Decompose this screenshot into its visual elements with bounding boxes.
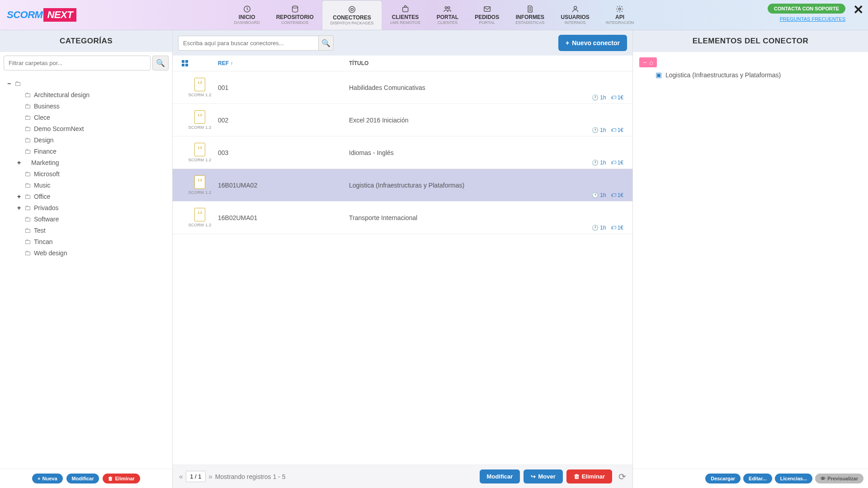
tree-label: Microsoft — [34, 170, 60, 178]
edit-category-button[interactable]: Modificar — [66, 474, 99, 483]
pager-input[interactable] — [186, 471, 206, 482]
table-row[interactable]: SCORM 1.2003Idiomas - Inglés🕐1h🏷1€ — [173, 136, 632, 169]
delete-category-button[interactable]: 🗑Eliminar — [103, 474, 140, 483]
svg-point-4 — [445, 7, 448, 9]
tree-item[interactable]: 🗀Design — [16, 134, 169, 145]
nav-usuarios[interactable]: USUARIOSINTERNOS — [553, 0, 598, 30]
tree-item[interactable]: 🗀Clece — [16, 112, 169, 123]
tree-label: Architectural design — [34, 91, 90, 99]
folder-icon: 🗀 — [24, 113, 31, 121]
nav-label: INFORMES — [516, 14, 544, 20]
search-button[interactable]: 🔍 — [318, 35, 334, 51]
tree-item[interactable]: +🗀Privados — [16, 202, 169, 213]
nav-portal[interactable]: PORTALCLIENTES — [429, 0, 467, 30]
grid-header: REF ↑ TÍTULO — [173, 56, 632, 71]
table-row[interactable]: SCORM 1.216B02UMA01Transporte Internacio… — [173, 202, 632, 234]
row-meta: 🕐1h🏷1€ — [592, 160, 623, 166]
row-title: Transporte Internacional — [349, 214, 623, 221]
ref-column-header[interactable]: REF ↑ — [218, 60, 349, 66]
nav-icon — [526, 5, 534, 13]
trash-icon: 🗑 — [108, 476, 113, 481]
tree-item[interactable]: 🗀Tincan — [16, 236, 169, 247]
tag-icon: 🏷 — [611, 192, 616, 198]
tree-item[interactable]: 🗀Microsoft — [16, 168, 169, 179]
table-row[interactable]: SCORM 1.2001Habilidades Comunicativas🕐1h… — [173, 71, 632, 104]
elements-root[interactable]: − ⌂ — [639, 57, 657, 67]
clock-icon: 🕐 — [592, 192, 599, 198]
tree-item[interactable]: +🗀Office — [16, 191, 169, 202]
table-row[interactable]: SCORM 1.216B01UMA02Logistica (Infraestru… — [173, 169, 632, 202]
tree-label: Design — [34, 136, 54, 144]
tree-item[interactable]: 🗀Demo ScormNext — [16, 123, 169, 134]
folder-icon: 🗀 — [24, 102, 31, 110]
clock-icon: 🕐 — [592, 160, 599, 166]
row-ref: 16B01UMA02 — [218, 182, 349, 189]
nav-sublabel: INTEGRACIÓN — [606, 20, 634, 25]
nav-repositorio[interactable]: REPOSITORIOCONTENIDOS — [268, 0, 322, 30]
new-connector-button[interactable]: +Nuevo conector — [558, 35, 627, 51]
nav-label: REPOSITORIO — [276, 14, 314, 20]
tree-root[interactable]: − 🗀 — [6, 78, 169, 89]
row-ref: 003 — [218, 149, 349, 156]
collapse-icon[interactable]: − — [6, 80, 12, 87]
folder-icon: 🗀 — [24, 91, 31, 99]
tree-item[interactable]: +🗀Marketing — [16, 157, 169, 168]
expand-icon[interactable]: + — [16, 159, 22, 166]
filter-search-button[interactable]: 🔍 — [152, 56, 169, 70]
preview-button[interactable]: 👁 Previsualizar — [815, 474, 863, 483]
expand-icon[interactable]: + — [16, 204, 22, 211]
nav-clientes[interactable]: CLIENTESLMS REMOTOS — [382, 0, 428, 30]
tree-label: Music — [34, 182, 51, 189]
tree-label: Finance — [34, 148, 57, 155]
licenses-button[interactable]: Licencias... — [775, 474, 812, 483]
tree-item[interactable]: 🗀Music — [16, 179, 169, 191]
grid-icon-col[interactable] — [182, 60, 218, 66]
pager-first-icon[interactable]: « — [179, 473, 183, 481]
file-type-label: SCORM 1.2 — [188, 158, 211, 162]
move-button[interactable]: ↪Mover — [524, 469, 562, 483]
move-icon: ↪ — [531, 473, 536, 480]
nav-api[interactable]: APIINTEGRACIÓN — [598, 0, 642, 30]
tree-item[interactable]: 🗀Architectural design — [16, 89, 169, 100]
tree-item[interactable]: 🗀Web design — [16, 247, 169, 258]
tree-label: Tincan — [34, 238, 53, 245]
search-input[interactable] — [178, 36, 318, 51]
edit-element-button[interactable]: Editar... — [743, 474, 772, 483]
pager-last-icon[interactable]: » — [208, 473, 212, 481]
element-item[interactable]: ▣ Logistica (Infraestructuras y Platafor… — [639, 67, 862, 79]
sort-asc-icon: ↑ — [231, 61, 233, 66]
expand-icon[interactable]: + — [16, 193, 22, 200]
tree-item[interactable]: 🗀Business — [16, 100, 169, 112]
faq-link[interactable]: PREGUNTAS FRECUENTES — [780, 16, 845, 22]
row-icon: SCORM 1.2 — [182, 78, 218, 97]
row-ref: 16B02UMA01 — [218, 214, 349, 221]
filter-input[interactable] — [4, 56, 151, 70]
logo-part2: NEXT — [43, 8, 76, 22]
folder-icon: 🗀 — [24, 238, 31, 245]
edit-button[interactable]: Modificar — [480, 469, 520, 483]
nav-inicio[interactable]: INICIODASHBOARD — [226, 0, 268, 30]
row-icon: SCORM 1.2 — [182, 143, 218, 162]
title-column-header[interactable]: TÍTULO — [349, 60, 623, 66]
refresh-icon[interactable]: ⟳ — [618, 471, 626, 482]
svg-rect-10 — [185, 60, 188, 63]
tree-label: Web design — [34, 249, 67, 257]
nav-conectores[interactable]: CONECTORESDISPATCH PACKAGES — [322, 0, 382, 30]
tree-item[interactable]: 🗀Finance — [16, 145, 169, 157]
table-row[interactable]: SCORM 1.2002Excel 2016 Iniciación🕐1h🏷1€ — [173, 104, 632, 136]
close-icon[interactable]: ✕ — [853, 2, 863, 17]
row-ref: 001 — [218, 84, 349, 91]
delete-button[interactable]: 🗑Eliminar — [566, 469, 612, 483]
download-button[interactable]: Descargar — [705, 474, 741, 483]
new-category-button[interactable]: +Nueva — [32, 474, 62, 483]
scorm-file-icon — [194, 78, 205, 91]
folder-icon: 🗀 — [24, 249, 31, 257]
row-meta: 🕐1h🏷1€ — [592, 192, 623, 198]
tree-item[interactable]: 🗀Test — [16, 225, 169, 236]
nav-sublabel: CLIENTES — [438, 20, 458, 25]
svg-point-8 — [619, 8, 621, 10]
tree-item[interactable]: 🗀Software — [16, 213, 169, 225]
nav-informes[interactable]: INFORMESESTADÍSTICAS — [507, 0, 552, 30]
support-button[interactable]: CONTACTA CON SOPORTE — [768, 4, 845, 14]
nav-pedidos[interactable]: PEDIDOSPORTAL — [467, 0, 507, 30]
